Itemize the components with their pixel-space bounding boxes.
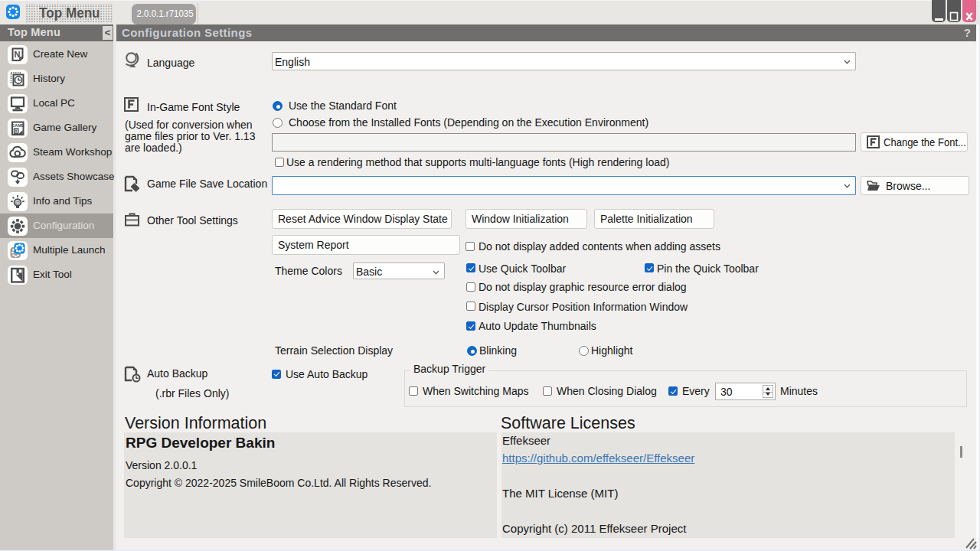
svg-text:N: N [15, 50, 21, 59]
svg-text:@: @ [15, 200, 21, 205]
svg-text:GAME: GAME [11, 123, 24, 128]
